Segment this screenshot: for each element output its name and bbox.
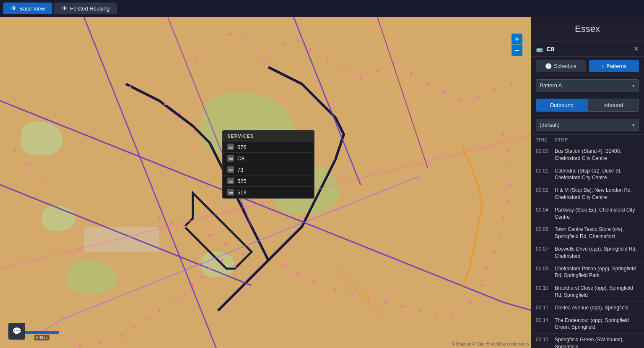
stop-time: 00:00: [536, 148, 555, 154]
stop-dot: [359, 76, 362, 79]
pattern-row: Pattern A: [531, 76, 644, 95]
stop-dot: [158, 217, 161, 220]
stop-row[interactable]: 00:06Town Centre Tesco Store (o/s), Spri…: [531, 223, 644, 243]
pattern-select[interactable]: Pattern A: [536, 79, 639, 92]
bus-icon-513: 🚌: [227, 189, 234, 196]
stop-row[interactable]: 00:09Chelmsford Prison (opp), Springfiel…: [531, 263, 644, 283]
stop-time: 00:01: [536, 167, 555, 174]
stop-time: 00:15: [536, 336, 555, 343]
stop-name: The Endeavour (opp), Springfield Green, …: [555, 317, 639, 331]
stop-dot: [246, 39, 249, 41]
tab-base-view-label: Base View: [19, 5, 45, 12]
service-item-73[interactable]: 🚌 73: [223, 164, 314, 175]
stop-dot: [14, 150, 16, 152]
panel-title: Essex: [531, 17, 644, 42]
stop-dot: [426, 83, 429, 85]
stop-dot: [145, 318, 148, 320]
tab-patterns-label: Patterns: [606, 63, 626, 69]
stop-time: 00:07: [536, 246, 555, 252]
stop-dot: [343, 66, 345, 68]
stop-row[interactable]: 00:15Springfield Green (SW-bound), Sprin…: [531, 334, 644, 348]
default-select[interactable]: (default): [536, 119, 639, 131]
map-attribution: © Mapbox © OpenStreetMap contributors: [452, 342, 529, 346]
stop-dot: [506, 150, 509, 152]
stop-name: Oaklea Avenue (opp), Springfield: [555, 304, 639, 311]
close-button[interactable]: ✕: [634, 45, 639, 53]
service-item-513[interactable]: 🚌 513: [223, 187, 314, 198]
stop-name: Bus Station (Stand 4), B1408, Chelmsford…: [555, 148, 639, 162]
tab-schedule[interactable]: 🕐 Schedule: [536, 60, 586, 72]
stop-dot: [502, 133, 504, 136]
stop-dot: [510, 167, 513, 169]
stop-dot: [376, 70, 379, 73]
panel-header: 🚌 C8 ✕: [531, 42, 644, 57]
eye-icon-2: 👁: [62, 5, 68, 12]
stop-dot: [129, 86, 131, 89]
stop-dot: [28, 162, 31, 165]
stop-dot: [221, 259, 223, 262]
default-row: (default): [531, 115, 644, 135]
route-name: C8: [546, 45, 630, 52]
schedule-icon: 🕐: [545, 63, 552, 69]
map-area[interactable]: + SERVICES 🚌 676 🚌 C8 🚌 73 🚌 525 🚌: [0, 17, 531, 348]
bus-icon-676: 🚌: [227, 144, 234, 150]
service-label-513: 513: [237, 189, 247, 196]
stop-dot: [41, 175, 43, 178]
tab-base-view[interactable]: 👁 Base View: [3, 3, 52, 14]
stop-dot: [309, 48, 312, 51]
direction-row: Outbound Inbound: [531, 95, 644, 115]
stop-dot: [196, 60, 198, 62]
stops-list[interactable]: 00:00Bus Station (Stand 4), B1408, Chelm…: [531, 145, 644, 348]
chat-button[interactable]: 💬: [8, 323, 25, 340]
pattern-select-wrapper: Pattern A: [536, 79, 639, 92]
stop-name: Chelmsford Prison (opp), Springfield Rd,…: [555, 265, 639, 280]
stop-time: 00:09: [536, 265, 555, 272]
stops-table-header: TIME STOP: [531, 135, 644, 145]
stop-row[interactable]: 00:11Oaklea Avenue (opp), Springfield: [531, 302, 644, 314]
stop-dot: [326, 58, 328, 60]
services-popup[interactable]: SERVICES 🚌 676 🚌 C8 🚌 73 🚌 525 🚌 513: [222, 130, 314, 199]
service-item-676[interactable]: 🚌 676: [223, 141, 314, 153]
scale-bar: 500 m: [25, 331, 59, 340]
stop-dot: [208, 267, 211, 270]
service-item-c8[interactable]: 🚌 C8: [223, 153, 314, 164]
default-select-wrapper: (default): [536, 119, 639, 131]
stop-row[interactable]: 00:00Bus Station (Stand 4), B1408, Chelm…: [531, 145, 644, 165]
stop-dot: [477, 95, 479, 98]
tab-schedule-label: Schedule: [554, 63, 576, 69]
right-panel: Essex 🚌 C8 ✕ 🕐 Schedule ↑ Patterns Patte…: [531, 17, 644, 348]
patterns-icon: ↑: [602, 63, 605, 69]
stop-row[interactable]: 00:04Parkway (Stop Ec), Chelmsford City …: [531, 204, 644, 224]
stop-time: 00:02: [536, 187, 555, 193]
service-label-525: 525: [237, 178, 247, 184]
bus-icon-panel: 🚌: [536, 46, 543, 52]
outbound-button[interactable]: Outbound: [536, 99, 587, 112]
stop-dot: [502, 217, 504, 220]
bus-icon-c8: 🚌: [227, 155, 234, 162]
stop-dot: [443, 91, 446, 94]
stop-dot: [435, 314, 437, 316]
stop-dot: [452, 316, 454, 318]
stop-row[interactable]: 00:14The Endeavour (opp), Springfield Gr…: [531, 314, 644, 334]
service-item-525[interactable]: 🚌 525: [223, 175, 314, 187]
stop-dot: [78, 345, 81, 348]
stop-time: 00:06: [536, 226, 555, 232]
stop-row[interactable]: 00:07Boswells Drive (opp), Springfield R…: [531, 243, 644, 263]
zoom-in-button[interactable]: +: [512, 34, 522, 44]
eye-icon: 👁: [11, 5, 17, 12]
inbound-button[interactable]: Inbound: [587, 99, 639, 112]
stop-dot: [508, 183, 511, 186]
stop-dot: [401, 305, 404, 308]
tab-patterns[interactable]: ↑ Patterns: [589, 60, 639, 72]
stop-dot: [493, 89, 496, 92]
stop-name: Cathedral (Stop Ca), Duke St, Chelmsford…: [555, 167, 639, 182]
stop-row[interactable]: 00:02H & M (Stop Da), New London Rd, Che…: [531, 184, 644, 204]
stop-row[interactable]: 00:10Brookhurst Close (opp), Springfield…: [531, 282, 644, 302]
service-label-73: 73: [237, 167, 243, 173]
stop-row[interactable]: 00:01Cathedral (Stop Ca), Duke St, Chelm…: [531, 165, 644, 185]
zoom-out-button[interactable]: −: [512, 45, 522, 56]
stop-dot: [229, 33, 232, 36]
stop-dot: [263, 60, 265, 62]
stop-name: Springfield Green (SW-bound), Springfiel…: [555, 336, 639, 348]
tab-felsted-housing[interactable]: 👁 Felsted Housing: [54, 3, 117, 14]
